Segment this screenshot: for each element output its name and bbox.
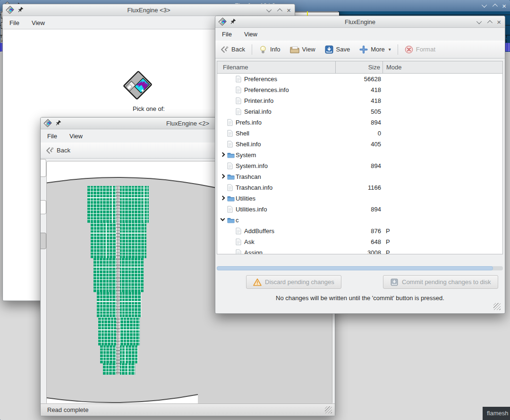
save-icon [325,45,333,54]
expander-expanded-icon[interactable] [221,217,225,221]
commit-note: No changes will be written until the 'co… [215,294,505,302]
hidden-control-stub[interactable] [41,233,46,249]
scrollbar-thumb[interactable] [217,266,493,270]
file-icon [236,249,241,254]
horizontal-scrollbar[interactable] [217,266,503,270]
desktop: { "colors": { "desktop_top": "#1d6ea6", … [0,0,510,420]
hidden-control-stub[interactable] [41,200,46,214]
column-size[interactable]: Size [323,61,380,73]
file-icon [236,97,241,104]
file-icon [227,184,233,191]
menu-file[interactable]: File [222,31,232,38]
back-button[interactable]: Back [215,41,250,58]
more-button[interactable]: More ▾ [355,41,396,58]
window-title: FluxEngine [215,16,505,28]
table-row[interactable]: Trashcan.info1166 [217,182,502,193]
table-row[interactable]: Ask648P [217,236,502,247]
fluxengine-logo [122,70,153,101]
table-row[interactable]: Preferences56628 [217,74,502,84]
folder-icon [227,152,235,158]
file-icon [236,238,241,245]
table-row[interactable]: System.info894 [217,160,502,171]
file-table: Filename Size Mode Preferences56628 Pref… [217,61,503,254]
table-row[interactable]: AddBuffers876P [217,226,502,236]
toolbar-separator [252,44,252,55]
taskbar-tooltip: flamesh [483,407,510,420]
column-divider [382,61,383,73]
table-row[interactable]: Shell0 [217,128,502,139]
file-icon [227,130,233,137]
menu-view[interactable]: View [32,19,45,26]
column-mode[interactable]: Mode [386,61,402,73]
close-icon[interactable]: × [502,2,506,9]
resize-grip[interactable] [493,303,501,310]
menu-view[interactable]: View [244,31,257,38]
table-row[interactable]: Trashcan [217,171,502,182]
expander-collapsed-icon[interactable] [221,196,225,201]
file-icon [236,227,241,235]
folder-icon [227,195,235,202]
table-row[interactable]: Utilities [217,193,502,204]
file-icon [227,119,233,126]
table-body: Preferences56628 Preferences.info418 Pri… [217,74,502,254]
menubar: File View [215,28,505,41]
view-button[interactable]: View [285,41,320,58]
titlebar[interactable]: FluxEngine <3> × [3,4,295,16]
dropdown-caret-icon[interactable]: ▾ [389,47,391,52]
close-icon[interactable]: × [287,7,291,14]
column-divider [335,61,336,73]
file-icon [236,86,241,93]
back-button[interactable]: Back [41,143,75,158]
statusbar: Read complete [41,403,335,416]
table-row[interactable]: Shell.info405 [217,139,502,150]
table-row[interactable]: Prefs.info894 [217,117,502,128]
format-disabled-icon [405,45,413,54]
warning-icon [253,278,262,286]
maximize-icon[interactable] [493,4,498,9]
track-spine [116,186,120,375]
table-row[interactable]: Serial.info505 [217,106,502,117]
info-button[interactable]: Info [254,41,285,58]
discard-changes-button[interactable]: Discard pending changes [246,275,341,289]
plus-icon [359,45,368,54]
resize-grip[interactable] [325,406,332,413]
titlebar[interactable]: FluxEngine × [215,16,505,28]
table-header: Filename Size Mode [217,61,502,74]
window-title: FluxEngine <3> [3,4,295,16]
folder-view-icon [290,45,299,54]
commit-disk-icon [390,278,399,286]
file-icon [236,108,241,115]
maximize-icon[interactable] [277,8,282,13]
folder-icon [227,217,235,223]
menu-file[interactable]: File [9,19,19,26]
table-row[interactable]: Assign3008P [217,247,502,254]
menu-file[interactable]: File [47,133,57,140]
lightbulb-icon [259,45,267,54]
hidden-control-stub[interactable] [41,159,46,177]
expander-collapsed-icon[interactable] [221,174,225,179]
file-icon [227,141,233,148]
close-icon[interactable]: × [497,18,501,25]
file-icon [236,76,241,83]
table-row[interactable]: Utilities.info894 [217,204,502,215]
window-fluxengine-main: FluxEngine × File View Back Info View Sa… [215,16,505,314]
status-text: Read complete [47,404,88,416]
column-filename[interactable]: Filename [223,61,248,73]
toolbar: Back Info View Save More ▾ Format [215,41,505,59]
commit-changes-button[interactable]: Commit pending changes to disk [383,275,498,289]
menu-view[interactable]: View [69,133,83,140]
save-button[interactable]: Save [320,41,355,58]
table-row[interactable]: Printer.info418 [217,95,502,106]
table-row[interactable]: System [217,150,502,160]
back-icon [45,146,54,155]
toolbar-separator [398,44,398,55]
file-icon [227,162,233,169]
table-row[interactable]: c [217,215,502,226]
maximize-icon[interactable] [487,20,493,25]
expander-collapsed-icon[interactable] [221,152,225,157]
folder-icon [227,174,235,180]
format-button[interactable]: Format [400,41,440,58]
disk-inner-arc [47,388,332,404]
table-row[interactable]: Preferences.info418 [217,84,502,95]
back-icon [220,45,229,54]
